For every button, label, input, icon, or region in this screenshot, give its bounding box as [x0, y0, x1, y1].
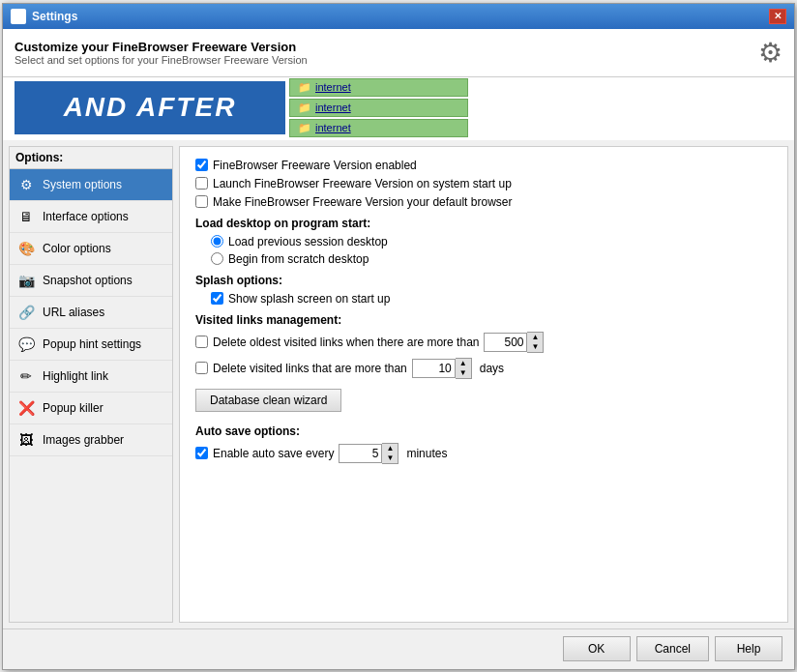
delete-old-links-checkbox[interactable] — [195, 362, 208, 374]
delete-old-label: Delete visited links that are more than — [213, 362, 407, 375]
visited-links-label: Visited links management: — [195, 313, 772, 327]
days-spin-up[interactable]: ▲ — [456, 359, 471, 368]
default-browser-checkbox[interactable] — [195, 195, 208, 208]
popup-hint-icon: 💬 — [15, 334, 37, 355]
sidebar-item-popup-hint-settings[interactable]: 💬 Popup hint settings — [10, 329, 172, 361]
close-button[interactable]: ✕ — [769, 9, 786, 24]
popup-killer-icon: ❌ — [15, 397, 37, 419]
load-desktop-radio-group: Load previous session desktop Begin from… — [211, 235, 772, 266]
cb3-row: Make FineBrowser Freeware Version your d… — [195, 195, 772, 209]
delete-oldest-label: Delete oldest visited links when there a… — [213, 336, 479, 349]
auto-save-spinner: ▲ ▼ — [382, 443, 398, 464]
cb2-label: Launch FineBrowser Freeware Version on s… — [213, 177, 512, 190]
radio-row-1: Load previous session desktop — [211, 235, 772, 248]
settings-window: ⚙ Settings ✕ Customize your FineBrowser … — [2, 3, 795, 670]
highlight-link-icon: ✏ — [15, 365, 37, 387]
load-desktop-label: Load desktop on program start: — [195, 217, 772, 230]
days-suffix: days — [480, 362, 504, 375]
folder-icon-2: 📁 — [298, 102, 311, 114]
sidebar-label-highlight-link: Highlight link — [43, 369, 108, 383]
auto-save-minutes-input[interactable] — [339, 444, 382, 463]
splash-checkbox-row: Show splash screen on start up — [211, 292, 772, 306]
database-clean-wizard-button[interactable]: Database clean wizard — [195, 389, 341, 412]
splash-options-label: Splash options: — [195, 274, 772, 287]
auto-save-spin-down[interactable]: ▼ — [382, 453, 398, 463]
finebrowser-enabled-checkbox[interactable] — [195, 159, 208, 171]
sidebar-item-url-aliases[interactable]: 🔗 URL aliases — [10, 297, 172, 329]
header-area: Customize your FineBrowser Freeware Vers… — [3, 29, 794, 77]
visited-count-spin-down[interactable]: ▼ — [527, 342, 543, 352]
sidebar-label-popup-hint-settings: Popup hint settings — [43, 337, 141, 351]
banner-area: AND AFTER 📁 internet 📁 internet 📁 intern… — [3, 77, 794, 140]
sidebar-label-popup-killer: Popup killer — [43, 401, 103, 415]
sidebar-item-images-grabber[interactable]: 🖼 Images grabber — [10, 424, 172, 456]
ok-button[interactable]: OK — [563, 636, 631, 661]
gear-icon: ⚙ — [758, 37, 782, 69]
sidebar-label-system-options: System options — [43, 178, 122, 191]
sidebar-item-popup-killer[interactable]: ❌ Popup killer — [10, 393, 172, 424]
sidebar-item-system-options[interactable]: ⚙ System options — [10, 169, 172, 201]
sidebar-item-snapshot-options[interactable]: 📷 Snapshot options — [10, 265, 172, 297]
banner-text: AND AFTER — [64, 92, 237, 123]
auto-save-checkbox-label: Enable auto save every — [213, 447, 334, 460]
cb1-row: FineBrowser Freeware Version enabled — [195, 159, 772, 172]
visited-count-spin-up[interactable]: ▲ — [527, 333, 543, 342]
sidebar-header: Options: — [10, 147, 172, 169]
days-input[interactable] — [412, 359, 456, 378]
window-title: Settings — [32, 10, 77, 23]
banner-links: 📁 internet 📁 internet 📁 internet — [289, 81, 468, 134]
delete-oldest-checkbox[interactable] — [195, 336, 208, 348]
internet-link-3[interactable]: internet — [315, 122, 351, 133]
auto-save-row: Enable auto save every ▲ ▼ minutes — [195, 443, 772, 464]
footer: OK Cancel Help — [3, 628, 794, 669]
url-aliases-icon: 🔗 — [15, 302, 37, 323]
banner-inner: AND AFTER 📁 internet 📁 internet 📁 intern… — [15, 81, 782, 134]
help-button[interactable]: Help — [715, 636, 782, 661]
title-bar-icon: ⚙ — [11, 9, 26, 24]
launch-on-startup-checkbox[interactable] — [195, 177, 208, 190]
sidebar-label-interface-options: Interface options — [43, 210, 129, 223]
banner-link-2: 📁 internet — [289, 99, 468, 117]
content-panel: FineBrowser Freeware Version enabled Lau… — [179, 146, 788, 623]
title-bar: ⚙ Settings ✕ — [3, 4, 794, 29]
snapshot-options-icon: 📷 — [15, 270, 37, 291]
auto-save-input-group: ▲ ▼ — [339, 443, 398, 464]
begin-from-scratch-radio[interactable] — [211, 252, 223, 265]
auto-save-checkbox[interactable] — [195, 447, 208, 459]
sidebar-item-interface-options[interactable]: 🖥 Interface options — [10, 201, 172, 233]
visited-count-spinner: ▲ ▼ — [527, 332, 544, 353]
visited-count-input-group: ▲ ▼ — [484, 332, 544, 353]
sidebar: Options: ⚙ System options 🖥 Interface op… — [9, 146, 173, 623]
header-text: Customize your FineBrowser Freeware Vers… — [15, 40, 308, 66]
sidebar-item-highlight-link[interactable]: ✏ Highlight link — [10, 361, 172, 393]
images-grabber-icon: 🖼 — [15, 429, 37, 451]
color-options-icon: 🎨 — [15, 238, 37, 259]
banner-link-1: 📁 internet — [289, 78, 468, 97]
radio-row-2: Begin from scratch desktop — [211, 252, 772, 266]
days-spinner: ▲ ▼ — [456, 358, 472, 379]
days-input-group: ▲ ▼ — [412, 358, 472, 379]
sidebar-label-snapshot-options: Snapshot options — [43, 274, 133, 287]
title-bar-left: ⚙ Settings — [11, 9, 77, 24]
system-options-icon: ⚙ — [15, 174, 37, 195]
days-spin-down[interactable]: ▼ — [456, 368, 471, 378]
internet-link-2[interactable]: internet — [315, 102, 351, 113]
load-previous-session-radio[interactable] — [211, 235, 223, 248]
sidebar-item-color-options[interactable]: 🎨 Color options — [10, 233, 172, 265]
auto-save-label: Auto save options: — [195, 424, 772, 438]
sidebar-label-url-aliases: URL aliases — [43, 306, 104, 319]
interface-options-icon: 🖥 — [15, 206, 37, 227]
visited-count-input[interactable] — [484, 333, 527, 352]
sidebar-label-color-options: Color options — [43, 242, 111, 255]
internet-link-1[interactable]: internet — [315, 81, 351, 93]
visited-row-1: Delete oldest visited links when there a… — [195, 332, 772, 353]
main-content: Options: ⚙ System options 🖥 Interface op… — [3, 140, 794, 628]
header-subtitle: Select and set options for your FineBrow… — [15, 54, 308, 66]
auto-save-spin-up[interactable]: ▲ — [382, 444, 398, 453]
splash-screen-checkbox[interactable] — [211, 292, 223, 305]
banner-link-3: 📁 internet — [289, 119, 468, 137]
radio-2-label: Begin from scratch desktop — [228, 252, 369, 266]
folder-icon-1: 📁 — [298, 81, 311, 94]
cancel-button[interactable]: Cancel — [636, 636, 709, 661]
cb1-label: FineBrowser Freeware Version enabled — [213, 159, 417, 172]
